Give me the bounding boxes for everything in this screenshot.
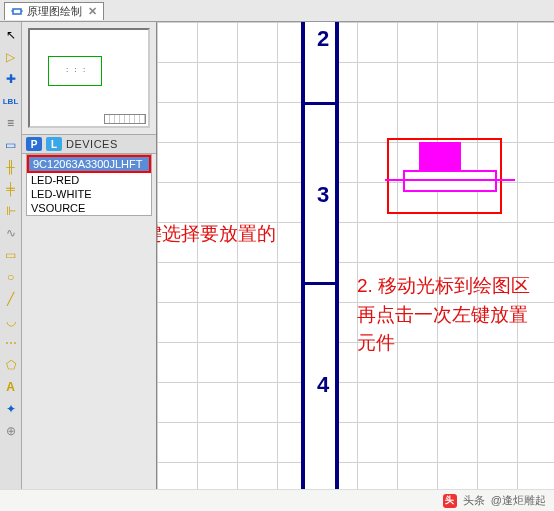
annotation-step1: 1. 点击一次左键选择要放置的元件 — [157, 220, 277, 277]
junction-tool[interactable]: ✚ — [2, 70, 20, 88]
schematic-canvas[interactable]: 2 3 4 1. 点击一次左键选择要放置的元件 2. 移动光标到绘图区再点击一次… — [157, 22, 554, 489]
component-leads-icon — [385, 179, 515, 181]
sheet-border-ruler: 2 3 4 — [301, 22, 339, 489]
watermark-prefix: 头条 — [463, 493, 485, 508]
arc-tool[interactable]: ◡ — [2, 312, 20, 330]
libraries-button[interactable]: L — [46, 137, 62, 151]
tab-title: 原理图绘制 — [27, 4, 82, 19]
circle-tool[interactable]: ○ — [2, 268, 20, 286]
text-script-tool[interactable]: ≡ — [2, 114, 20, 132]
rect-tool[interactable]: ▭ — [2, 246, 20, 264]
label-tool[interactable]: LBL — [2, 92, 20, 110]
ruler-number: 2 — [317, 26, 329, 52]
tab-bar: 原理图绘制 ✕ — [0, 0, 554, 22]
line-tool[interactable]: ╱ — [2, 290, 20, 308]
close-icon[interactable]: ✕ — [88, 5, 97, 18]
panel-title: DEVICES — [66, 138, 118, 150]
terminal-tool[interactable]: ╫ — [2, 158, 20, 176]
preview-pins: : : : — [66, 65, 87, 74]
marker-tool[interactable]: ✦ — [2, 400, 20, 418]
subcircuit-tool[interactable]: ▭ — [2, 136, 20, 154]
tool-palette: ↖ ▷ ✚ LBL ≡ ▭ ╫ ╪ ⊩ ∿ ▭ ○ ╱ ◡ ⋯ ⬠ A ✦ ⊕ — [0, 22, 22, 489]
ruler-tick — [305, 102, 335, 105]
generator-tool[interactable]: ∿ — [2, 224, 20, 242]
ruler-tick — [305, 282, 335, 285]
origin-tool[interactable]: ⊕ — [2, 422, 20, 440]
bus-tool[interactable]: ╪ — [2, 180, 20, 198]
preview-scale-icon — [104, 114, 146, 124]
list-item[interactable]: 9C12063A3300JLHFT — [27, 155, 151, 173]
tab-schematic[interactable]: 原理图绘制 ✕ — [4, 2, 104, 20]
cursor-tool[interactable]: ↖ — [2, 26, 20, 44]
toutiao-logo-icon: 头 — [443, 494, 457, 508]
component-outline-icon — [403, 170, 497, 192]
ruler-number: 4 — [317, 372, 329, 398]
watermark-bar: 头 头条 @逢炬雕起 — [0, 489, 554, 511]
device-list: 9C12063A3300JLHFT LED-RED LED-WHITE VSOU… — [26, 154, 152, 216]
watermark-user: @逢炬雕起 — [491, 493, 546, 508]
list-item[interactable]: LED-WHITE — [27, 187, 151, 201]
polyline-tool[interactable]: ⋯ — [2, 334, 20, 352]
pick-devices-button[interactable]: P — [26, 137, 42, 151]
schematic-icon — [11, 5, 23, 17]
annotation-step2: 2. 移动光标到绘图区再点击一次左键放置元件 — [357, 272, 537, 358]
polygon-tool[interactable]: ⬠ — [2, 356, 20, 374]
list-item[interactable]: LED-RED — [27, 173, 151, 187]
ruler-number: 3 — [317, 182, 329, 208]
placed-component-ghost[interactable] — [387, 138, 502, 214]
svg-rect-0 — [13, 9, 21, 14]
pin-tool[interactable]: ⊩ — [2, 202, 20, 220]
preview-window[interactable]: : : : — [28, 28, 150, 128]
object-selector-panel: : : : P L DEVICES 9C12063A3300JLHFT LED-… — [22, 22, 157, 489]
main-area: ↖ ▷ ✚ LBL ≡ ▭ ╫ ╪ ⊩ ∿ ▭ ○ ╱ ◡ ⋯ ⬠ A ✦ ⊕ … — [0, 22, 554, 489]
component-mode-tool[interactable]: ▷ — [2, 48, 20, 66]
panel-header: P L DEVICES — [22, 134, 156, 154]
list-item[interactable]: VSOURCE — [27, 201, 151, 215]
text-tool[interactable]: A — [2, 378, 20, 396]
